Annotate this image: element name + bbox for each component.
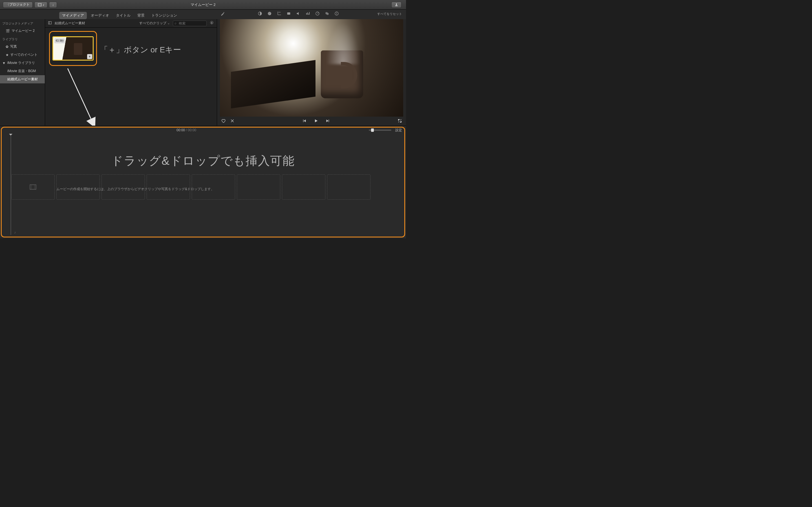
info-icon[interactable] (335, 11, 339, 17)
flower-icon: ✿ (6, 45, 8, 49)
browser-event-title: 結婚式ムービー素材 (55, 21, 85, 25)
timeline-placeholder (237, 174, 280, 200)
svg-rect-12 (308, 13, 309, 15)
annotation-plus-hint: 「＋」ボタン or Eキー (100, 45, 181, 55)
timecode-total: 00:00 (188, 128, 196, 132)
svg-rect-20 (49, 21, 52, 24)
timecode-sep: / (186, 128, 188, 132)
tab-my-media[interactable]: マイメディア (59, 12, 87, 19)
next-frame-button[interactable] (326, 119, 330, 124)
volume-icon[interactable] (296, 11, 301, 17)
magic-wand-icon[interactable] (220, 11, 225, 17)
sidebar-imovie-lib-label: iMovie ライブラリ (7, 61, 35, 65)
viewer-controls (217, 117, 406, 126)
svg-rect-0 (38, 3, 42, 6)
playhead[interactable] (11, 134, 11, 235)
sidebar-item-all-events[interactable]: ★ すべてのイベント (0, 51, 45, 59)
sidebar-wedding-label: 結婚式ムービー素材 (7, 77, 38, 82)
timeline-placeholder (327, 174, 370, 200)
zoom-slider[interactable] (369, 129, 391, 131)
clip-thumbnail[interactable]: 43.9秒 + (52, 36, 94, 61)
share-button[interactable] (391, 2, 402, 8)
window-title: マイムービー 2 (0, 2, 406, 7)
viewer (217, 19, 406, 126)
sidebar-all-events-label: すべてのイベント (10, 52, 38, 57)
music-note-icon: ♪ (43, 3, 44, 7)
tab-titles[interactable]: タイトル (113, 12, 133, 19)
tab-transitions[interactable]: トランジション (149, 12, 180, 19)
add-clip-button[interactable]: + (87, 54, 92, 59)
timeline-placeholder-media (11, 174, 55, 200)
search-input[interactable] (173, 20, 207, 26)
reset-all-button[interactable]: すべてをリセット (377, 12, 402, 16)
toolbar: 〈 プロジェクト ♪ ↓ マイムービー 2 (0, 0, 406, 10)
svg-rect-18 (336, 13, 337, 15)
speed-icon[interactable] (315, 11, 320, 17)
svg-rect-13 (309, 12, 310, 15)
timecode-current: 00:00 (176, 128, 185, 132)
chevron-left-icon: 〈 (6, 2, 9, 7)
sidebar-section-library: ライブラリ (0, 35, 45, 43)
sidebar: プロジェクトメディア 🎬 マイムービー 2 ライブラリ ✿ 写真 ★ すべてのイ… (0, 19, 45, 126)
gear-icon[interactable] (209, 20, 214, 26)
sidebar-toggle-icon[interactable] (48, 21, 52, 25)
viewer-tools (220, 11, 339, 17)
play-button[interactable] (314, 119, 318, 124)
svg-point-16 (326, 13, 329, 15)
sidebar-project-label: マイムービー 2 (11, 29, 35, 33)
download-arrow-icon: ↓ (52, 3, 54, 7)
svg-point-5 (268, 12, 271, 15)
music-note-icon: ♪ (14, 230, 16, 234)
library-view-button[interactable]: ♪ (35, 2, 47, 8)
timeline-header: 00:00 / 00:00 設定 (0, 126, 406, 134)
crop-icon[interactable] (277, 11, 282, 17)
back-label: プロジェクト (9, 2, 30, 7)
tab-audio[interactable]: オーディオ (88, 12, 112, 19)
plus-icon: + (89, 55, 91, 59)
annotation-highlight-clip: 43.9秒 + (49, 31, 97, 66)
color-palette-icon[interactable] (267, 11, 272, 17)
reject-icon[interactable] (230, 119, 235, 124)
svg-line-23 (68, 68, 93, 123)
filter-icon[interactable] (325, 11, 329, 17)
search-icon: ⌕ (174, 21, 176, 25)
star-icon: ★ (6, 53, 9, 57)
sidebar-item-photos[interactable]: ✿ 写真 (0, 43, 45, 51)
tab-row: マイメディア オーディオ タイトル 背景 トランジション すべてをリセット (0, 10, 406, 19)
tab-background[interactable]: 背景 (135, 12, 147, 19)
stabilize-icon[interactable] (287, 11, 291, 17)
svg-rect-3 (395, 5, 398, 6)
equalizer-icon[interactable] (306, 11, 310, 17)
sidebar-item-project[interactable]: 🎬 マイムービー 2 (0, 27, 45, 35)
clip-filter-dropdown[interactable]: すべてのクリップ (139, 21, 170, 25)
svg-rect-11 (307, 12, 308, 15)
timeline[interactable]: 00:00 / 00:00 設定 ドラッグ&ドロップでも挿入可能 ムービーの作成… (0, 126, 406, 238)
contrast-icon[interactable] (258, 11, 262, 17)
fullscreen-icon[interactable] (398, 119, 402, 124)
sidebar-item-wedding-event[interactable]: 結婚式ムービー素材 (0, 75, 45, 83)
clip-duration-badge: 43.9秒 (54, 38, 65, 43)
favorite-icon[interactable] (221, 119, 225, 124)
filmstrip-icon (29, 183, 37, 191)
clapper-icon: 🎬 (6, 29, 10, 33)
sidebar-photos-label: 写真 (10, 44, 17, 49)
back-button[interactable]: 〈 プロジェクト (3, 2, 33, 8)
share-icon (395, 3, 398, 7)
disclosure-triangle-icon[interactable]: ▼ (2, 61, 6, 65)
zoom-knob[interactable] (371, 128, 374, 132)
preview-image (220, 19, 403, 117)
sidebar-item-music-bgm[interactable]: iMovie 音楽・BGM (0, 67, 45, 75)
prev-frame-button[interactable] (302, 119, 306, 124)
svg-rect-24 (30, 185, 36, 189)
timeline-settings-button[interactable]: 設定 (395, 128, 402, 133)
svg-rect-10 (306, 13, 307, 15)
import-button[interactable]: ↓ (49, 2, 57, 8)
browser-header: 結婚式ムービー素材 すべてのクリップ ⌕ (45, 19, 217, 27)
sidebar-music-bgm-label: iMovie 音楽・BGM (7, 69, 36, 73)
svg-point-22 (211, 22, 212, 23)
sidebar-item-imovie-library[interactable]: ▼ iMovie ライブラリ (0, 59, 45, 67)
media-browser: 結婚式ムービー素材 すべてのクリップ ⌕ 43.9秒 + 「＋」ボタン or E… (45, 19, 217, 126)
annotation-drag-hint: ドラッグ&ドロップでも挿入可能 (0, 153, 406, 169)
sidebar-section-project-media: プロジェクトメディア (0, 19, 45, 27)
timeline-placeholder (282, 174, 325, 200)
